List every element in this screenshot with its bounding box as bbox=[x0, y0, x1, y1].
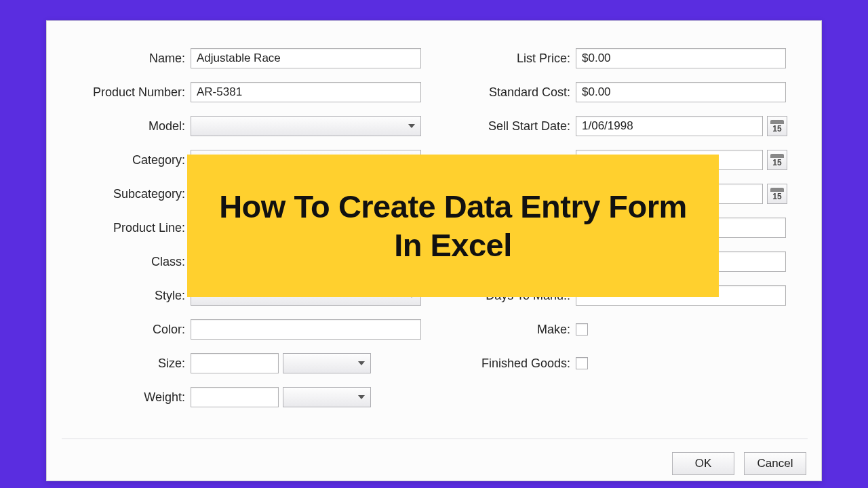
cancel-button[interactable]: Cancel bbox=[744, 452, 806, 475]
model-combo[interactable] bbox=[191, 116, 421, 136]
row-weight: Weight: bbox=[60, 386, 427, 409]
label-class: Class: bbox=[60, 255, 191, 269]
color-input[interactable] bbox=[191, 319, 421, 340]
row-make: Make: bbox=[440, 318, 806, 341]
label-style: Style: bbox=[60, 289, 191, 303]
calendar-icon[interactable]: 15 bbox=[767, 184, 787, 204]
label-sell-start-date: Sell Start Date: bbox=[440, 119, 576, 134]
label-product-line: Product Line: bbox=[60, 221, 191, 235]
label-color: Color: bbox=[60, 323, 191, 337]
chevron-down-icon bbox=[358, 395, 365, 399]
row-list-price: List Price: bbox=[440, 47, 806, 70]
size-input[interactable] bbox=[191, 353, 279, 373]
row-standard-cost: Standard Cost: bbox=[440, 81, 806, 104]
ok-button[interactable]: OK bbox=[672, 452, 734, 475]
row-sell-start-date: Sell Start Date: 15 bbox=[440, 115, 806, 138]
calendar-icon[interactable]: 15 bbox=[767, 116, 787, 136]
name-input[interactable] bbox=[191, 48, 421, 68]
label-category: Category: bbox=[60, 153, 191, 167]
row-finished-goods: Finished Goods: bbox=[440, 352, 806, 375]
standard-cost-input[interactable] bbox=[576, 82, 786, 102]
row-size: Size: bbox=[60, 352, 427, 375]
label-finished-goods: Finished Goods: bbox=[440, 357, 576, 371]
label-size: Size: bbox=[60, 357, 191, 371]
label-standard-cost: Standard Cost: bbox=[440, 85, 576, 100]
row-name: Name: bbox=[60, 47, 427, 70]
button-bar: OK Cancel bbox=[672, 445, 806, 475]
row-product-number: Product Number: bbox=[60, 81, 427, 104]
title-overlay: How To Create Data Entry Form In Excel bbox=[187, 155, 719, 297]
label-name: Name: bbox=[60, 52, 191, 66]
chevron-down-icon bbox=[358, 361, 365, 365]
list-price-input[interactable] bbox=[576, 48, 786, 68]
label-list-price: List Price: bbox=[440, 52, 576, 66]
label-make: Make: bbox=[440, 323, 576, 337]
overlay-title: How To Create Data Entry Form In Excel bbox=[208, 187, 698, 265]
make-checkbox[interactable] bbox=[576, 323, 588, 336]
sell-start-date-input[interactable] bbox=[576, 116, 763, 136]
size-unit-combo[interactable] bbox=[283, 353, 371, 373]
label-model: Model: bbox=[60, 119, 191, 134]
row-model: Model: bbox=[60, 115, 427, 138]
label-subcategory: Subcategory: bbox=[60, 187, 191, 201]
label-weight: Weight: bbox=[60, 390, 191, 405]
chevron-down-icon bbox=[408, 124, 415, 128]
calendar-icon[interactable]: 15 bbox=[767, 150, 787, 170]
label-product-number: Product Number: bbox=[60, 85, 191, 100]
weight-input[interactable] bbox=[191, 387, 279, 407]
product-number-input[interactable] bbox=[191, 82, 421, 102]
row-color: Color: bbox=[60, 318, 427, 341]
finished-goods-checkbox[interactable] bbox=[576, 357, 588, 369]
weight-unit-combo[interactable] bbox=[283, 387, 371, 407]
